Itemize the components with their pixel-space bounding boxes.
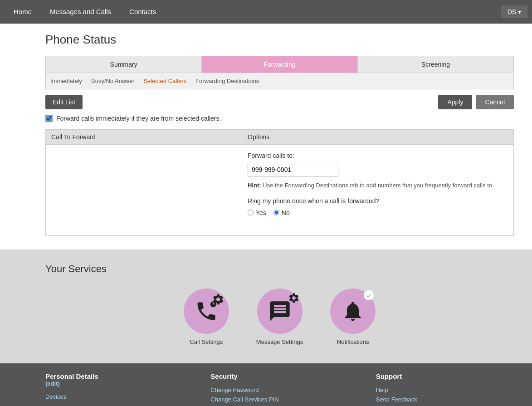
service-call-settings[interactable]: Call Settings	[184, 289, 229, 345]
cancel-button[interactable]: Cancel	[476, 95, 514, 109]
footer-support-title: Support	[376, 372, 514, 380]
main-content: Phone Status Summary Forwarding Screenin…	[0, 24, 532, 249]
footer-personal-details: Personal Details (edit) Devices	[45, 372, 183, 406]
footer: Personal Details (edit) Devices Security…	[0, 363, 532, 406]
nav-messages-calls[interactable]: Messages and Calls	[41, 0, 120, 24]
top-nav: Home Messages and Calls Contacts DS ▾	[0, 0, 532, 24]
footer-support: Support Help Send Feedback	[376, 372, 514, 406]
message-settings-circle	[257, 289, 303, 334]
forward-checkbox[interactable]	[45, 115, 53, 122]
services-section: Your Services Call Settings	[0, 249, 532, 363]
call-settings-label: Call Settings	[190, 338, 223, 345]
footer-devices-link[interactable]: Devices	[45, 393, 183, 400]
sub-tab-immediately[interactable]: Immediately	[50, 77, 82, 85]
services-icons: Call Settings Message Settings	[45, 289, 514, 345]
notifications-check	[364, 290, 374, 300]
tab-bar: Summary Forwarding Screening	[45, 56, 514, 73]
sub-tab-busy-no-answer[interactable]: Busy/No Answer	[91, 77, 134, 85]
footer-help-link[interactable]: Help	[376, 386, 514, 393]
service-notifications[interactable]: Notifications	[330, 289, 376, 345]
footer-personal-details-edit[interactable]: (edit)	[45, 380, 183, 387]
options-column: Options Forward calls to: Hint: Use the …	[242, 130, 513, 235]
radio-row: Yes No	[248, 209, 508, 216]
forward-calls-to-label: Forward calls to:	[248, 152, 508, 159]
call-to-forward-header: Call To Forward	[46, 130, 242, 145]
sub-tab-forwarding-destinations[interactable]: Forwarding Destinations	[195, 77, 259, 85]
tab-screening[interactable]: Screening	[358, 56, 513, 73]
footer-change-password-link[interactable]: Change Password	[210, 386, 348, 393]
sub-tab-selected-callers[interactable]: Selected Callers	[143, 77, 186, 85]
radio-no[interactable]: No	[273, 209, 290, 216]
call-settings-circle	[184, 289, 229, 334]
notifications-label: Notifications	[337, 338, 369, 345]
message-settings-label: Message Settings	[256, 338, 303, 345]
nav-contacts[interactable]: Contacts	[120, 0, 165, 24]
footer-change-pin-link[interactable]: Change Call Services PIN	[210, 396, 348, 403]
footer-security: Security Change Password Change Call Ser…	[210, 372, 348, 406]
footer-security-title: Security	[210, 372, 348, 380]
notifications-icon	[341, 299, 365, 323]
hint-text: Hint: Use the Forwarding Destinations ta…	[248, 181, 508, 190]
check-icon	[366, 292, 372, 298]
action-right: Apply Cancel	[438, 95, 514, 109]
message-settings-gear-icon	[288, 292, 300, 304]
user-menu-button[interactable]: DS ▾	[501, 5, 527, 18]
hint-body: Use the Forwarding Destinations tab to a…	[261, 182, 494, 189]
services-title: Your Services	[45, 263, 514, 275]
hint-prefix: Hint:	[248, 182, 261, 189]
radio-no-label: No	[282, 209, 290, 216]
options-header: Options	[242, 130, 513, 145]
sub-tab-bar: Immediately Busy/No Answer Selected Call…	[45, 73, 514, 89]
footer-send-feedback-link[interactable]: Send Feedback	[376, 396, 514, 403]
footer-personal-details-title: Personal Details (edit)	[45, 372, 183, 387]
radio-yes-input[interactable]	[248, 210, 254, 215]
apply-button[interactable]: Apply	[438, 95, 472, 109]
call-to-forward-body	[46, 145, 242, 235]
call-to-forward-column: Call To Forward	[46, 130, 242, 235]
notifications-circle	[330, 289, 376, 334]
edit-list-button[interactable]: Edit List	[45, 95, 83, 109]
service-message-settings[interactable]: Message Settings	[256, 289, 303, 345]
action-bar: Edit List Apply Cancel	[45, 95, 514, 109]
radio-yes-label: Yes	[256, 209, 266, 216]
tab-summary[interactable]: Summary	[46, 56, 202, 73]
page-title: Phone Status	[45, 33, 514, 47]
forward-checkbox-row: Forward calls immediately if they are fr…	[45, 115, 514, 122]
call-settings-gear-icon	[212, 293, 225, 306]
nav-home[interactable]: Home	[5, 0, 41, 24]
options-body: Forward calls to: Hint: Use the Forwardi…	[242, 145, 513, 235]
forward-calls-to-input[interactable]	[248, 163, 338, 176]
forward-checkbox-label: Forward calls immediately if they are fr…	[56, 115, 221, 122]
radio-yes[interactable]: Yes	[248, 209, 266, 216]
two-col-panel: Call To Forward Options Forward calls to…	[45, 129, 514, 236]
tab-forwarding[interactable]: Forwarding	[202, 56, 358, 73]
radio-no-input[interactable]	[273, 210, 279, 215]
ring-label: Ring my phone once when a call is forwar…	[248, 197, 508, 205]
